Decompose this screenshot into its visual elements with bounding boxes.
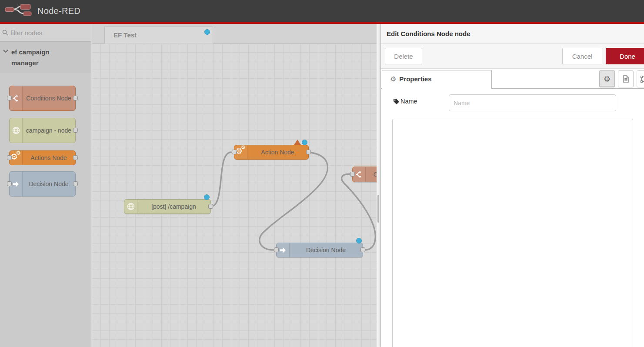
globe-icon xyxy=(10,118,23,143)
app-title: Node-RED xyxy=(37,6,80,16)
node-input-port[interactable] xyxy=(350,172,355,177)
palette-node-campaign[interactable]: campaign - node xyxy=(9,118,76,143)
node-output-port[interactable] xyxy=(306,150,311,154)
document-icon xyxy=(623,75,629,83)
flow-tab-ef-test[interactable]: EF Test xyxy=(104,27,213,43)
flow-node-label: Action Node xyxy=(248,145,307,159)
node-output-port xyxy=(73,181,78,186)
flow-node-conditions[interactable]: Conditions Node xyxy=(352,167,377,182)
error-triangle-icon xyxy=(294,140,301,145)
flow-node-decision[interactable]: Decision Node xyxy=(276,243,363,257)
palette-node-decision[interactable]: Decision Node xyxy=(9,171,76,197)
chevron-down-icon xyxy=(3,50,8,53)
flow-changed-dot xyxy=(204,29,210,35)
flow-node-label: Decision Node xyxy=(290,243,362,257)
palette-search-row xyxy=(0,24,91,42)
description-button[interactable] xyxy=(618,70,634,87)
wire[interactable] xyxy=(210,152,231,207)
edit-tray-form: Name xyxy=(381,89,644,347)
tab-properties-label: Properties xyxy=(399,75,431,83)
delete-button[interactable]: Delete xyxy=(385,48,422,64)
edit-tray-toolbar: Delete Cancel Done xyxy=(381,44,644,69)
gear-icon: ⚙ xyxy=(390,75,396,83)
edit-tray: Edit Conditions Node node Delete Cancel … xyxy=(380,24,644,347)
palette-node-actions[interactable]: ⚙⚙ Actions Node xyxy=(9,150,76,165)
node-input-port[interactable] xyxy=(274,247,279,252)
cancel-button[interactable]: Cancel xyxy=(562,48,602,64)
appearance-button[interactable] xyxy=(637,70,644,87)
node-input-port xyxy=(7,155,12,160)
app-header: Node-RED xyxy=(0,0,644,24)
flow-tab-label: EF Test xyxy=(113,31,137,39)
wire[interactable] xyxy=(260,152,328,250)
edit-tray-tabs: ⚙Properties ⚙ xyxy=(381,69,644,89)
palette-node-label: Actions Node xyxy=(23,151,74,165)
node-output-port[interactable] xyxy=(360,247,365,252)
palette-node-conditions[interactable]: Conditions Node xyxy=(9,86,76,111)
canvas-scrollbar-track xyxy=(377,24,380,347)
tag-icon xyxy=(393,98,400,105)
done-button[interactable]: Done xyxy=(606,48,644,64)
flow-node-label: Conditions Node xyxy=(366,167,377,182)
node-input-port[interactable] xyxy=(232,150,237,154)
changed-dot xyxy=(204,194,210,200)
palette-category-label: ef campaign manager xyxy=(11,47,72,68)
object-group-icon xyxy=(641,76,644,83)
name-input[interactable] xyxy=(449,94,616,111)
palette-sidebar: ef campaign manager Conditions Node xyxy=(0,24,91,347)
flow-node-label: [post] /campaign xyxy=(138,200,210,214)
search-icon xyxy=(2,30,8,36)
workspace: EF Test ⚙⚙ Action Node xyxy=(92,24,377,347)
flow-node-action[interactable]: ⚙⚙ Action Node xyxy=(234,145,309,160)
palette-category-header[interactable]: ef campaign manager xyxy=(0,42,91,73)
node-output-port[interactable] xyxy=(208,204,213,209)
filter-nodes-input[interactable] xyxy=(10,29,84,37)
changed-dot xyxy=(302,140,307,145)
canvas-scrollbar-thumb[interactable] xyxy=(377,195,379,223)
node-output-port xyxy=(73,128,78,133)
palette-node-label: campaign - node xyxy=(23,118,74,143)
node-red-logo-icon xyxy=(4,4,32,19)
node-output-port xyxy=(73,96,78,100)
changed-dot xyxy=(356,238,362,244)
node-input-port xyxy=(7,181,12,186)
edit-tray-title: Edit Conditions Node node xyxy=(381,24,644,44)
palette-node-label: Decision Node xyxy=(23,172,74,196)
properties-gear-button[interactable]: ⚙ xyxy=(599,70,615,87)
conditions-editor-container xyxy=(392,119,633,347)
flow-canvas[interactable]: ⚙⚙ Action Node [post] /campaign xyxy=(92,43,377,347)
node-output-port xyxy=(73,155,78,160)
node-input-port xyxy=(7,96,12,100)
globe-icon xyxy=(124,200,137,214)
flow-tabbar: EF Test xyxy=(92,24,377,43)
flow-node-post-campaign[interactable]: [post] /campaign xyxy=(124,199,211,214)
palette-node-label: Conditions Node xyxy=(23,86,74,110)
name-field-label: Name xyxy=(393,98,417,105)
gear-icon: ⚙ xyxy=(604,74,611,83)
palette-body: Conditions Node campaign - node ⚙⚙ Actio… xyxy=(0,73,91,347)
wires-layer xyxy=(92,43,377,347)
tab-properties[interactable]: ⚙Properties xyxy=(382,70,492,89)
